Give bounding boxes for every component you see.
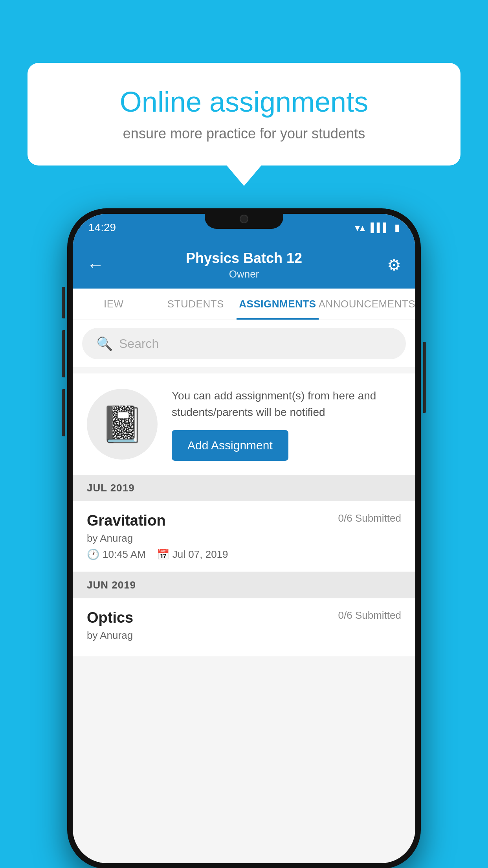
assignment-icon-circle: 📓 — [87, 389, 158, 460]
assignment-submitted-optics: 0/6 Submitted — [338, 609, 401, 622]
search-icon: 🔍 — [96, 336, 113, 351]
assignment-submitted-gravitation: 0/6 Submitted — [338, 512, 401, 524]
assignment-time-gravitation: 🕐 10:45 AM — [87, 548, 146, 561]
phone-camera — [240, 215, 248, 223]
tab-announcements[interactable]: ANNOUNCEMENTS — [319, 289, 415, 320]
promo-subtitle: ensure more practice for your students — [55, 125, 433, 142]
phone-side-btn-vol2 — [62, 389, 65, 436]
phone-notch — [205, 208, 283, 229]
assignment-by-gravitation: by Anurag — [87, 532, 401, 544]
section-header-jul: JUL 2019 — [73, 475, 415, 501]
add-assignment-button[interactable]: Add Assignment — [172, 430, 288, 461]
phone-screen: 14:29 ▾▴ ▌▌▌ ▮ ← Physics Batch 12 Owner … — [73, 214, 415, 863]
promo-card: Online assignments ensure more practice … — [28, 63, 460, 166]
assignment-top: Gravitation 0/6 Submitted — [87, 512, 401, 529]
search-placeholder: Search — [119, 337, 159, 351]
calendar-icon: 📅 — [157, 548, 169, 561]
phone-side-btn-volume-down — [62, 330, 65, 377]
tab-iew[interactable]: IEW — [73, 289, 155, 320]
assignment-date-value: Jul 07, 2019 — [172, 548, 228, 561]
info-text-area: You can add assignment(s) from here and … — [172, 388, 401, 461]
info-text: You can add assignment(s) from here and … — [172, 388, 401, 421]
search-bar[interactable]: 🔍 Search — [82, 328, 406, 359]
assignment-date-gravitation: 📅 Jul 07, 2019 — [157, 548, 228, 561]
assignment-time-value: 10:45 AM — [103, 548, 146, 561]
phone-side-btn-power — [423, 342, 426, 413]
clock-icon: 🕐 — [87, 548, 99, 561]
search-bar-wrap: 🔍 Search — [73, 320, 415, 367]
phone-frame: 14:29 ▾▴ ▌▌▌ ▮ ← Physics Batch 12 Owner … — [67, 208, 421, 868]
promo-title: Online assignments — [55, 86, 433, 118]
info-box: 📓 You can add assignment(s) from here an… — [73, 373, 415, 475]
section-header-jun: JUN 2019 — [73, 572, 415, 598]
phone-wrapper: 14:29 ▾▴ ▌▌▌ ▮ ← Physics Batch 12 Owner … — [67, 208, 421, 868]
tab-assignments[interactable]: ASSIGNMENTS — [237, 289, 319, 320]
assignment-name-gravitation: Gravitation — [87, 512, 166, 529]
assignment-by-optics: by Anurag — [87, 629, 401, 642]
app-header: ← Physics Batch 12 Owner ⚙ — [73, 241, 415, 289]
assignment-item-optics[interactable]: Optics 0/6 Submitted by Anurag — [73, 598, 415, 657]
assignment-item-gravitation[interactable]: Gravitation 0/6 Submitted by Anurag 🕐 10… — [73, 501, 415, 572]
wifi-icon: ▾▴ — [355, 222, 365, 234]
assignment-meta-gravitation: 🕐 10:45 AM 📅 Jul 07, 2019 — [87, 548, 401, 561]
phone-side-btn-volume-up — [62, 287, 65, 318]
status-icons: ▾▴ ▌▌▌ ▮ — [355, 222, 400, 234]
tabs: IEW STUDENTS ASSIGNMENTS ANNOUNCEMENTS — [73, 289, 415, 320]
signal-icon: ▌▌▌ — [371, 223, 389, 233]
assignment-name-optics: Optics — [87, 609, 133, 626]
tab-students[interactable]: STUDENTS — [155, 289, 237, 320]
notebook-icon: 📓 — [100, 404, 144, 445]
header-subtitle: Owner — [186, 268, 302, 280]
back-button[interactable]: ← — [87, 255, 104, 275]
battery-icon: ▮ — [394, 222, 400, 233]
header-title-area: Physics Batch 12 Owner — [186, 250, 302, 280]
assignment-top-optics: Optics 0/6 Submitted — [87, 609, 401, 626]
header-title: Physics Batch 12 — [186, 250, 302, 267]
status-time: 14:29 — [88, 221, 116, 234]
settings-button[interactable]: ⚙ — [387, 256, 401, 274]
